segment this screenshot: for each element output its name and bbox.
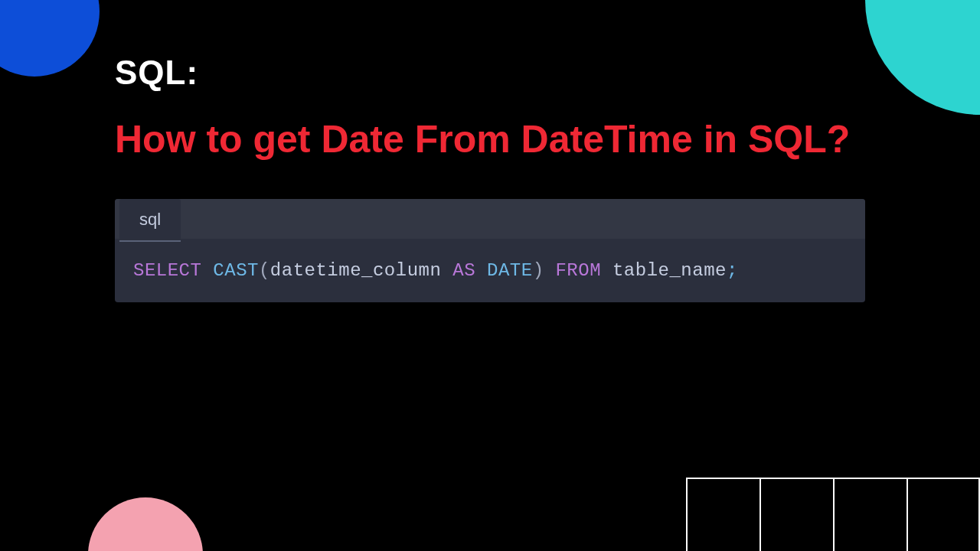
- token-as: AS: [452, 260, 475, 281]
- decorative-grid: [686, 478, 980, 551]
- token-open-paren: (: [259, 260, 270, 281]
- token-cast: CAST: [213, 260, 259, 281]
- token-from: FROM: [555, 260, 601, 281]
- token-column: datetime_column: [270, 260, 442, 281]
- token-semicolon: ;: [727, 260, 738, 281]
- token-select: SELECT: [133, 260, 201, 281]
- grid-cell: [686, 478, 760, 551]
- code-content: SELECT CAST(datetime_column AS DATE) FRO…: [115, 239, 865, 302]
- grid-cell: [833, 478, 906, 551]
- code-tab-bar: sql: [115, 199, 865, 239]
- grid-cell: [906, 478, 980, 551]
- main-content: SQL: How to get Date From DateTime in SQ…: [115, 54, 865, 302]
- decorative-circle-pink: [88, 497, 203, 551]
- code-block: sql SELECT CAST(datetime_column AS DATE)…: [115, 199, 865, 302]
- decorative-quarter-cyan: [865, 0, 980, 115]
- title-question: How to get Date From DateTime in SQL?: [115, 110, 865, 170]
- token-table: table_name: [612, 260, 727, 281]
- title-prefix: SQL:: [115, 54, 865, 92]
- grid-cell: [760, 478, 833, 551]
- decorative-circle-blue: [0, 0, 100, 77]
- token-close-paren: ): [533, 260, 544, 281]
- code-tab-sql[interactable]: sql: [119, 199, 181, 242]
- token-date: DATE: [487, 260, 533, 281]
